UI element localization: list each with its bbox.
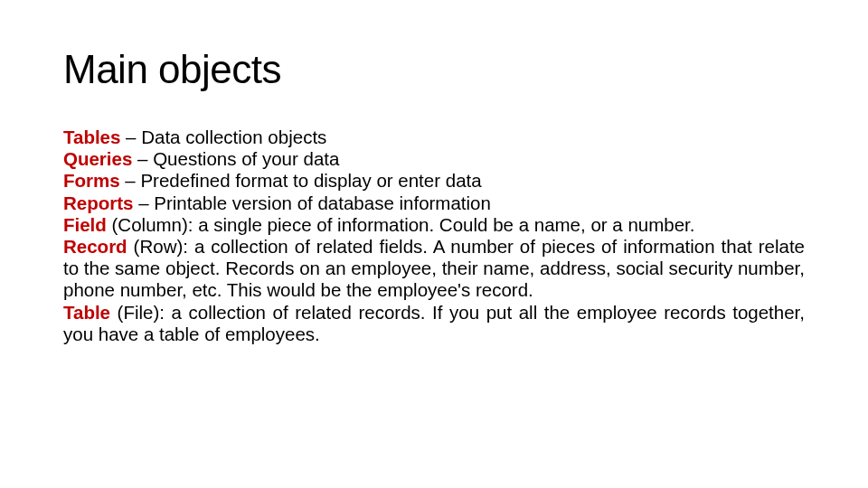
- slide-body: Tables – Data collection objectsQueries …: [63, 127, 805, 345]
- definition-line: Field (Column): a single piece of inform…: [63, 214, 805, 236]
- definition-desc: – Data collection objects: [120, 127, 326, 147]
- definition-line: Queries – Questions of your data: [63, 148, 805, 170]
- definition-term: Field: [63, 214, 107, 235]
- definition-desc: – Predefined format to display or enter …: [120, 170, 482, 191]
- definition-line: Table (File): a collection of related re…: [63, 302, 805, 345]
- slide-title: Main objects: [63, 47, 805, 92]
- definition-desc: (Row): a collection of related fields. A…: [63, 236, 805, 300]
- definition-term: Record: [63, 236, 127, 257]
- definition-term: Forms: [63, 170, 120, 191]
- definition-term: Table: [63, 302, 110, 323]
- definition-desc: (File): a collection of related records.…: [63, 302, 805, 344]
- definition-term: Reports: [63, 192, 133, 213]
- definition-desc: (Column): a single piece of information.…: [107, 214, 695, 235]
- definition-desc: – Questions of your data: [132, 148, 339, 169]
- definition-term: Tables: [63, 127, 120, 147]
- definition-desc: – Printable version of database informat…: [133, 192, 490, 213]
- definition-term: Queries: [63, 148, 132, 169]
- definition-line: Reports – Printable version of database …: [63, 192, 805, 214]
- definition-line: Tables – Data collection objects: [63, 127, 805, 148]
- definition-line: Forms – Predefined format to display or …: [63, 170, 805, 192]
- definition-line: Record (Row): a collection of related fi…: [63, 236, 805, 302]
